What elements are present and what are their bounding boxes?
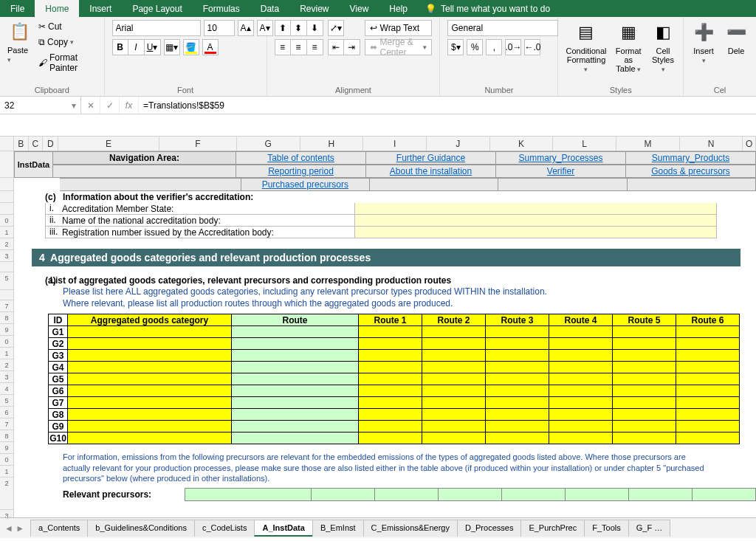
table-icon: ▦ (616, 20, 641, 45)
goods-row[interactable]: G3 (49, 350, 740, 362)
orientation-icon[interactable]: ⤢▾ (328, 20, 344, 36)
goods-row[interactable]: G1 (49, 326, 740, 338)
tab-insert[interactable]: Insert (79, 0, 122, 17)
align-right-icon[interactable]: ≡ (307, 39, 323, 55)
delete-cells-button[interactable]: ➖Dele (724, 20, 749, 55)
align-center-icon[interactable]: ≡ (291, 39, 307, 55)
sheet-tab[interactable]: F_Tools (584, 520, 629, 537)
cut-button[interactable]: ✂Cut (35, 20, 97, 33)
info-paragraph: For information, emissions from the foll… (63, 452, 707, 483)
section-4-banner: 4 Aggregated goods categories and releva… (32, 249, 740, 266)
nav-reporting[interactable]: Reporting period (236, 165, 366, 178)
align-middle-icon[interactable]: ⬍ (291, 20, 307, 36)
cell-styles-button[interactable]: ◧Cell Styles (650, 20, 676, 73)
nav-toc[interactable]: Table of contents (236, 151, 366, 165)
row-headers[interactable]: 0123 5 789 01234 56789 01 2 34 (0, 137, 14, 517)
number-format-select[interactable] (447, 20, 558, 36)
goods-row[interactable]: G4 (49, 362, 740, 373)
sheet-nav-arrows[interactable]: ◄ ► (4, 523, 24, 534)
worksheet-content[interactable]: InstData Navigation Area: Table of conte… (14, 151, 756, 501)
insert-cells-button[interactable]: ➕Insert (691, 20, 716, 64)
sheet-tab[interactable]: D_Processes (457, 520, 521, 537)
percent-icon[interactable]: % (467, 39, 483, 55)
brush-icon: 🖌 (38, 58, 47, 68)
lightbulb-icon: 💡 (425, 4, 436, 14)
sheet-tab[interactable]: E_PurchPrec (520, 520, 585, 537)
tell-me[interactable]: 💡Tell me what you want to do (418, 0, 557, 17)
goods-row[interactable]: G8 (49, 409, 740, 421)
goods-header: Route 4 (549, 314, 613, 326)
goods-row[interactable]: G6 (49, 385, 740, 397)
currency-icon[interactable]: $▾ (447, 39, 464, 55)
name-box[interactable]: 32▾ (0, 97, 81, 114)
align-bottom-icon[interactable]: ⬇ (307, 20, 323, 36)
conditional-formatting-button[interactable]: ▤Conditional Formatting (566, 20, 606, 73)
align-left-icon[interactable]: ≡ (275, 39, 291, 55)
nav-purchased[interactable]: Purchased precursors (241, 178, 370, 191)
goods-row[interactable]: G5 (49, 373, 740, 385)
column-headers[interactable]: BCD EFG HIJ KLM NO (14, 137, 756, 151)
comma-icon[interactable]: , (486, 39, 502, 55)
borders-button[interactable]: ▦▾ (164, 39, 180, 55)
nav-goods[interactable]: Goods & precursors (626, 165, 756, 178)
paste-icon[interactable]: 📋 (7, 20, 31, 44)
decrease-indent-icon[interactable]: ⇤ (328, 39, 344, 55)
goods-header: Aggregated goods category (68, 314, 232, 326)
section-a-line1: Please list here ALL aggregated goods ca… (63, 286, 756, 297)
font-size-select[interactable] (204, 20, 235, 36)
fx-icon[interactable]: fx (120, 97, 139, 114)
cell-styles-icon: ◧ (650, 20, 676, 45)
formula-input[interactable] (139, 97, 756, 114)
sheet-tab[interactable]: a_Contents (30, 520, 88, 537)
goods-row[interactable]: G7 (49, 397, 740, 409)
fill-color-button[interactable]: 🪣 (183, 39, 199, 55)
nav-verifier[interactable]: Verifier (496, 165, 626, 178)
goods-row[interactable]: G2 (49, 338, 740, 350)
italic-button[interactable]: I (128, 39, 145, 55)
wrap-text-button[interactable]: ↩Wrap Text (365, 20, 433, 36)
delete-icon: ➖ (724, 20, 749, 45)
accept-formula-icon[interactable]: ✓ (100, 97, 120, 114)
tab-review[interactable]: Review (289, 0, 339, 17)
increase-decimal-icon[interactable]: .0→ (505, 39, 521, 55)
decrease-decimal-icon[interactable]: ←.0 (524, 39, 540, 55)
format-as-table-button[interactable]: ▦Format as Table (614, 20, 644, 73)
tab-file[interactable]: File (0, 0, 35, 17)
increase-indent-icon[interactable]: ⇥ (344, 39, 360, 55)
goods-table[interactable]: IDAggregated goods categoryRouteRoute 1R… (48, 314, 740, 444)
merge-center-button[interactable]: ⬌Merge & Center (365, 39, 433, 55)
accreditation-row: iii.Registration number issued by the Ac… (45, 227, 756, 238)
font-name-select[interactable] (112, 20, 201, 36)
goods-row[interactable]: G10 (49, 433, 740, 444)
nav-sum-prod[interactable]: Summary_Products (626, 151, 756, 165)
tab-view[interactable]: View (340, 0, 379, 17)
nav-guidance[interactable]: Further Guidance (366, 151, 496, 165)
group-cells-label: Cel (691, 84, 749, 94)
tab-home[interactable]: Home (35, 0, 79, 17)
sheet-tab[interactable]: C_Emissions&Energy (363, 520, 458, 537)
tab-help[interactable]: Help (379, 0, 418, 17)
format-painter-button[interactable]: 🖌Format Painter (35, 51, 97, 75)
bold-button[interactable]: B (112, 39, 128, 55)
copy-button[interactable]: ⧉Copy (35, 35, 97, 49)
sheet-tab[interactable]: G_F … (628, 520, 670, 537)
paste-button[interactable]: Paste (7, 46, 31, 63)
goods-row[interactable]: G9 (49, 421, 740, 433)
relevant-precursors-cells[interactable] (185, 488, 756, 501)
tab-data[interactable]: Data (250, 0, 289, 17)
relevant-precursors-row: Relevant precursors: (63, 488, 756, 501)
font-color-button[interactable]: A (202, 39, 219, 55)
instdata-label: InstData (14, 151, 53, 178)
tab-formulas[interactable]: Formulas (193, 0, 250, 17)
sheet-tab[interactable]: c_CodeLists (194, 520, 255, 537)
sheet-tab[interactable]: b_Guidelines&Conditions (87, 520, 195, 537)
increase-font-icon[interactable]: A▴ (238, 20, 254, 36)
underline-button[interactable]: U▾ (145, 39, 161, 55)
cancel-formula-icon[interactable]: ✕ (81, 97, 100, 114)
sheet-tab[interactable]: B_EmInst (312, 520, 364, 537)
tab-page-layout[interactable]: Page Layout (122, 0, 192, 17)
align-top-icon[interactable]: ⬆ (275, 20, 291, 36)
sheet-tab[interactable]: A_InstData (254, 520, 312, 537)
nav-sum-proc[interactable]: Summary_Processes (496, 151, 626, 165)
nav-about[interactable]: About the installation (366, 165, 496, 178)
